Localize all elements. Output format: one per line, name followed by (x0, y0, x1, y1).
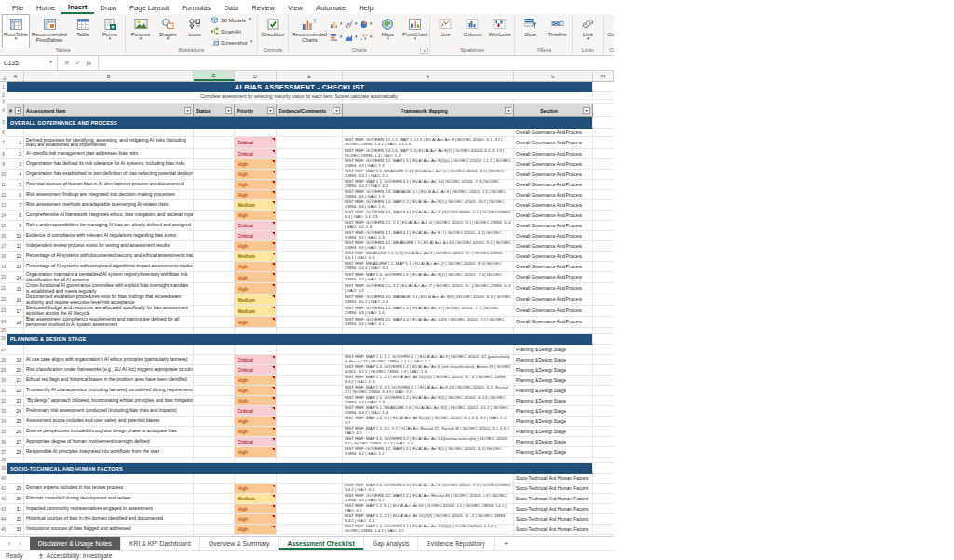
cell-item-number[interactable]: 25 (7, 417, 24, 427)
cell-empty[interactable] (7, 129, 24, 137)
cell-assessment-item[interactable]: Ethical red flags and historical biases … (24, 376, 194, 386)
column-header-f[interactable]: F (343, 71, 514, 81)
cell-framework-mapping[interactable]: NIST RMF: MAP 1.1, GOVERN 3.1 | EU AI Ac… (343, 180, 514, 190)
cell-priority[interactable]: High (235, 386, 277, 396)
cell-status[interactable] (194, 231, 235, 241)
cell-priority[interactable]: High (235, 484, 277, 494)
cell-item-number[interactable]: 30 (7, 494, 24, 504)
cell-empty[interactable] (593, 211, 614, 221)
cell-evidence[interactable] (277, 396, 343, 406)
screenshot-button[interactable]: Screenshot▼ (209, 37, 255, 48)
sheet-subtitle-cell[interactable]: Complete assessment by selecting maturit… (7, 92, 593, 100)
row-number[interactable]: 8 (0, 149, 7, 159)
cell-framework-mapping[interactable]: NIST RMF: GOVERN 1.1, MAP 3.1 | EU AI Ac… (343, 211, 514, 221)
cell-item-number[interactable]: 1 (7, 137, 24, 149)
cell-assessment-item[interactable]: Bias assessment competency requirements … (24, 317, 194, 328)
cell-assessment-item[interactable]: Preliminary risk assessment conducted (i… (24, 406, 194, 417)
cell-item-number[interactable]: 6 (7, 190, 24, 200)
cell-framework-mapping[interactable]: NIST RMF: GOVERN 1.4, MANAGE 1.1 | EU AI… (343, 190, 514, 200)
cell-assessment-item[interactable]: Ethicists consulted during development a… (24, 494, 194, 504)
cell-priority[interactable]: Critical (235, 365, 277, 376)
cell-section[interactable]: Overall Governance And Process (514, 129, 593, 137)
cell-status[interactable] (194, 241, 235, 252)
cell-evidence[interactable] (277, 437, 343, 447)
cell-empty[interactable] (593, 504, 614, 514)
pictures-button[interactable]: Pictures▼ (128, 15, 154, 48)
cell-assessment-item[interactable]: AI-specific risk management plan address… (24, 149, 194, 159)
cell-priority[interactable]: Critical (235, 406, 277, 417)
row-number[interactable]: 36 (0, 437, 7, 447)
cell-evidence[interactable] (277, 417, 343, 427)
cell-empty[interactable] (593, 129, 614, 137)
row-number[interactable]: 4 (0, 104, 7, 117)
cell-status[interactable] (194, 272, 235, 283)
new-sheet-button[interactable]: + (495, 537, 518, 550)
cell-assessment-item[interactable]: Dedicated budget and resources are alloc… (24, 306, 194, 317)
cell-evidence[interactable] (277, 200, 343, 211)
cell-empty[interactable] (593, 200, 614, 211)
cell-status[interactable] (194, 447, 235, 458)
sheet-tab-disclaimer[interactable]: Disclaimer & Usage Notes (30, 537, 121, 550)
cell-item-number[interactable]: 24 (7, 406, 24, 417)
cell-evidence[interactable] (277, 252, 343, 262)
column-header-g[interactable]: G (514, 71, 593, 81)
cell-empty[interactable] (593, 535, 614, 536)
filter-dropdown-icon[interactable]: ▾ (15, 107, 21, 114)
name-box-dropdown-icon[interactable]: ▼ (49, 61, 53, 65)
cell-empty[interactable] (343, 129, 514, 137)
cell-item-number[interactable]: 23 (7, 396, 24, 406)
cell-item-number[interactable]: 20 (7, 365, 24, 376)
row-number[interactable]: 43 (0, 504, 7, 514)
cell-priority[interactable]: High (235, 170, 277, 180)
table-header-status[interactable]: Status▾ (194, 104, 235, 117)
cell-assessment-item[interactable]: Cross-functional AI governance committee… (24, 283, 194, 294)
cell-status[interactable] (194, 417, 235, 427)
table-header-num[interactable]: #▾ (7, 104, 24, 117)
cell-priority[interactable]: High (235, 447, 277, 458)
cell-item-number[interactable]: 32 (7, 514, 24, 525)
cell-status[interactable] (194, 376, 235, 386)
sheet-nav-right-icon[interactable]: › (19, 540, 20, 547)
cell-empty[interactable] (593, 317, 614, 328)
cell-evidence[interactable] (277, 494, 343, 504)
cell-assessment-item[interactable]: Risk classification under frameworks (e.… (24, 365, 194, 376)
cell-empty[interactable] (593, 514, 614, 525)
cell-status[interactable] (194, 211, 235, 221)
cell-evidence[interactable] (277, 484, 343, 494)
cell-priority[interactable]: High (235, 427, 277, 437)
pivotchart-button[interactable]: PivotChart▼ (402, 15, 428, 48)
cell-framework-mapping[interactable]: NIST RMF: GOVERN 2.1, 3.2 | EU AI Act: A… (343, 283, 514, 294)
cell-empty[interactable] (7, 474, 24, 484)
cell-evidence[interactable] (277, 190, 343, 200)
row-number[interactable]: 39 (0, 463, 7, 474)
cell-empty[interactable] (593, 283, 614, 294)
cell-section[interactable] (514, 535, 593, 536)
cell-framework-mapping[interactable]: NIST RMF: GOVERN 1.1, MAP 4.1 | EU AI Ac… (343, 231, 514, 241)
cell-assessment-item[interactable]: "By design" approach followed, incorpora… (24, 396, 194, 406)
cell-empty[interactable] (593, 241, 614, 252)
cell-item-number[interactable]: 22 (7, 386, 24, 396)
cell-empty[interactable] (343, 535, 514, 536)
cell-priority[interactable]: Medium (235, 306, 277, 317)
cell-empty[interactable] (343, 345, 514, 355)
section-banner[interactable]: PLANNING & DESIGN STAGE (7, 334, 593, 345)
row-number[interactable]: 13 (0, 200, 7, 211)
cell-item-number[interactable]: 31 (7, 504, 24, 514)
cell-status[interactable] (194, 427, 235, 437)
cell-status[interactable] (194, 221, 235, 231)
cell-status[interactable] (194, 365, 235, 376)
cell-framework-mapping[interactable]: NIST RMF: MAP 1.3, GOVERN 1.2 | EU AI Ac… (343, 365, 514, 376)
cell-item-number[interactable]: 28 (7, 447, 24, 458)
cell-empty[interactable] (235, 474, 277, 484)
filter-dropdown-icon[interactable]: ▾ (583, 107, 590, 114)
sheet-tab-assessment-checklist[interactable]: Assessment Checklist (279, 537, 363, 550)
cell-section[interactable]: Overall Governance And Process (514, 149, 593, 159)
cell-section[interactable]: Planning & Design Stage (514, 345, 593, 355)
cell-priority[interactable]: High (235, 504, 277, 514)
cell-empty[interactable] (593, 137, 614, 149)
cell-priority[interactable]: Medium (235, 494, 277, 504)
cell-evidence[interactable] (277, 306, 343, 317)
cell-evidence[interactable] (277, 514, 343, 525)
cell-evidence[interactable] (277, 294, 343, 306)
cell-empty[interactable] (593, 386, 614, 396)
